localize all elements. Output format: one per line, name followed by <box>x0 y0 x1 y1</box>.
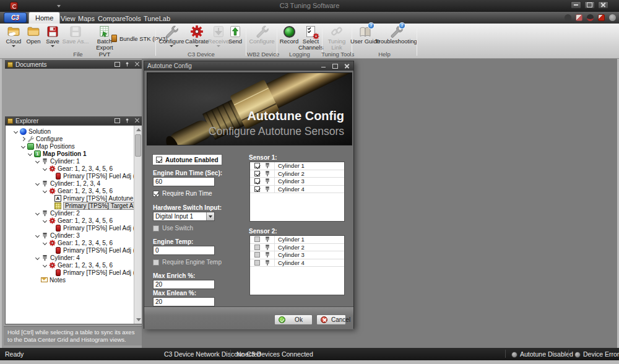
require-engine-temp-checkbox[interactable]: Require Engine Temp <box>153 259 222 266</box>
cloud-button[interactable]: Cloud <box>4 25 24 51</box>
engine-temp-input[interactable] <box>153 246 215 255</box>
tree-item-fuel-adj[interactable]: Primary [TPS%] Fuel Adj (%) <box>6 172 142 180</box>
documents-pin-button[interactable] <box>124 62 130 67</box>
hardware-switch-select[interactable]: Digital Input 1 <box>153 212 215 221</box>
tree-item-autotune-trim[interactable]: Primary [TPS%] Autotune Trim (%) <box>6 194 142 202</box>
use-switch-checkbox[interactable]: Use Switch <box>153 225 193 232</box>
tree-item-map-positions[interactable]: Map Positions <box>6 142 142 150</box>
dialog-close-button[interactable] <box>343 63 350 69</box>
troubleshooting-button[interactable]: Troubleshooting <box>376 25 416 51</box>
calibrate-button[interactable]: Calibrate <box>185 25 209 51</box>
social-icon-2[interactable] <box>576 14 582 21</box>
dropdown-arrow-icon[interactable] <box>206 212 214 220</box>
tree-item-cylinder[interactable]: Cylinder: 2 <box>6 209 142 217</box>
cancel-x-icon <box>321 316 327 323</box>
documents-maximize-button[interactable] <box>114 62 120 67</box>
select-channels-button[interactable]: Select Channels <box>299 25 322 51</box>
sensor1-cylinder-2[interactable]: Cylinder 2 <box>250 170 344 178</box>
sensor2-cylinder-2[interactable]: Cylinder 2 <box>250 244 344 252</box>
documents-panel-titlebar: Documents <box>5 60 142 69</box>
window-maximize-button[interactable] <box>584 1 595 9</box>
checkbox-icon[interactable] <box>156 157 162 163</box>
tree-item-gear[interactable]: Gear: 1, 2, 3, 4, 5, 6 <box>6 187 142 194</box>
record-button[interactable]: Record <box>279 25 299 51</box>
checkbox-icon[interactable] <box>254 163 260 168</box>
c3-configure-button[interactable]: Configure <box>158 25 184 51</box>
open-button[interactable]: Open <box>25 25 42 51</box>
explorer-pin-button[interactable] <box>124 118 130 124</box>
tree-item-cylinder[interactable]: Cylinder: 1 <box>6 157 142 165</box>
cancel-button[interactable]: Cancel <box>316 314 346 325</box>
save-button[interactable]: Save <box>43 25 62 51</box>
checkbox-icon[interactable] <box>254 252 260 258</box>
sensor2-cylinder-4[interactable]: Cylinder 4 <box>250 259 344 267</box>
engine-run-time-label: Engine Run Time (Sec): <box>153 170 222 176</box>
window-close-button[interactable] <box>598 1 608 9</box>
tree-item-fuel-adj[interactable]: Primary [TPS%] Fuel Adj (%) <box>6 246 142 254</box>
checkbox-icon[interactable] <box>153 191 159 197</box>
dialog-minimize-button[interactable] <box>319 63 327 69</box>
max-enrich-input[interactable] <box>153 280 215 289</box>
explorer-maximize-button[interactable] <box>114 118 120 124</box>
checkbox-icon[interactable] <box>254 236 260 242</box>
tree-item-gear[interactable]: Gear: 1, 2, 3, 4, 5, 6 <box>6 239 142 246</box>
tree-item-fuel-adj[interactable]: Primary [TPS%] Fuel Adj (%) <box>6 224 142 232</box>
engine-temp-label: Engine Temp: <box>153 238 193 245</box>
explorer-panel-title: Explorer <box>15 118 38 124</box>
tree-item-cylinder[interactable]: Cylinder: 3 <box>6 232 142 239</box>
tree-item-gear[interactable]: Gear: 1, 2, 3, 4, 5, 6 <box>6 261 142 269</box>
checkbox-icon[interactable] <box>153 225 159 232</box>
require-run-time-checkbox[interactable]: Require Run Time <box>153 190 212 197</box>
record-led-icon <box>282 25 296 38</box>
tree-item-gear[interactable]: Gear: 1, 2, 3, 4, 5, 6 <box>6 165 142 172</box>
sensor2-cylinder-3[interactable]: Cylinder 3 <box>250 251 344 259</box>
dialog-titlebar[interactable]: Autotune Config <box>144 61 353 71</box>
tree-item-notes[interactable]: Notes <box>6 276 142 284</box>
status-device-errors: Device Errors -- <box>574 350 619 358</box>
user-guide-button[interactable]: User Guide <box>354 25 376 51</box>
social-icon-5[interactable] <box>609 14 616 21</box>
tab-tunelab[interactable]: TuneLab <box>137 13 176 24</box>
tree-item-cylinder[interactable]: Cylinder: 1, 2, 3, 4 <box>6 180 142 187</box>
ok-button[interactable]: Ok <box>274 314 313 325</box>
upload-arrow-icon <box>228 25 242 38</box>
cloud-caret-icon <box>12 45 15 47</box>
tree-item-map-position-1[interactable]: Map Position 1 <box>6 150 142 157</box>
tree-item-configure[interactable]: Configure <box>6 135 142 142</box>
social-icon-4[interactable] <box>598 14 605 21</box>
send-button[interactable]: Send <box>227 25 244 51</box>
documents-close-button[interactable] <box>134 62 140 67</box>
explorer-scrollbar[interactable] <box>134 126 142 324</box>
tree-item-target-airfuel[interactable]: Primary [TPS%] Target Air/Fuel (AFR) <box>6 202 142 209</box>
sensor1-cylinder-3[interactable]: Cylinder 3 <box>250 178 344 186</box>
tree-item-solution[interactable]: Solution <box>6 128 142 135</box>
autotune-enabled-checkbox[interactable]: Autotune Enabled <box>153 155 222 165</box>
wrench-icon <box>27 136 34 142</box>
tree-item-cylinder[interactable]: Cylinder: 4 <box>6 254 142 261</box>
checkbox-icon[interactable] <box>254 260 260 266</box>
tree-item-gear[interactable]: Gear: 1, 2, 3, 4, 5, 6 <box>6 217 142 224</box>
sensor2-cylinder-1[interactable]: Cylinder 1 <box>250 236 344 244</box>
explorer-close-button[interactable] <box>134 118 140 124</box>
autotune-led-icon <box>511 352 517 358</box>
sensor1-cylinder-1[interactable]: Cylinder 1 <box>250 162 344 170</box>
troubleshooting-label: Troubleshooting <box>375 38 417 45</box>
social-icon-3[interactable] <box>587 14 594 21</box>
dialog-maximize-button[interactable] <box>331 63 339 69</box>
max-enlean-input[interactable] <box>153 297 215 306</box>
checkbox-icon[interactable] <box>153 259 159 266</box>
checkbox-icon[interactable] <box>254 186 260 192</box>
sensor1-cylinder-4[interactable]: Cylinder 4 <box>250 186 344 194</box>
group-separator <box>246 25 246 56</box>
select-channels-label: Select Channels <box>298 38 323 51</box>
social-icon-1[interactable] <box>565 14 571 21</box>
tree-item-fuel-adj[interactable]: Primary [TPS%] Fuel Adj (%) <box>6 269 142 276</box>
c3-configure-label: Configure <box>158 38 184 45</box>
window-minimize-button[interactable] <box>571 1 581 9</box>
checkbox-icon[interactable] <box>254 245 260 250</box>
application-menu-button[interactable]: C3 <box>4 12 27 23</box>
checkbox-icon[interactable] <box>254 178 260 184</box>
piston-icon <box>264 170 271 177</box>
checkbox-icon[interactable] <box>254 171 260 176</box>
engine-run-time-input[interactable] <box>153 177 215 186</box>
